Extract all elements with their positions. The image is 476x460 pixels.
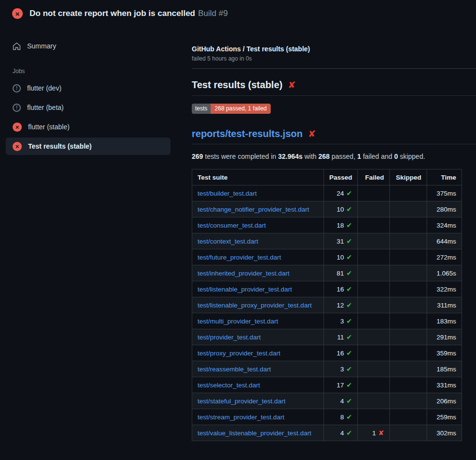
sidebar-item-flutter-stable[interactable]: × flutter (stable) <box>6 118 170 136</box>
skipped-cell <box>390 361 427 377</box>
report-file-link[interactable]: reports/test-results.json <box>192 128 303 139</box>
time-cell: 302ms <box>427 425 462 441</box>
table-header-row: Test suite Passed Failed Skipped Time <box>192 169 462 185</box>
failed-cell <box>358 345 390 361</box>
test-suite-link[interactable]: test/value_listenable_provider_test.dart <box>198 429 311 437</box>
test-suite-link[interactable]: test/inherited_provider_test.dart <box>198 270 290 277</box>
passed-cell-count: 12 <box>337 302 344 309</box>
test-suite-link[interactable]: test/stateful_provider_test.dart <box>198 398 286 405</box>
passed-cell-count: 11 <box>337 334 344 341</box>
test-suite-link[interactable]: test/builder_test.dart <box>198 190 257 197</box>
test-suite-link[interactable]: test/context_test.dart <box>198 238 258 245</box>
time-cell: 272ms <box>427 249 462 265</box>
run-header: × Do not create report when job is cance… <box>0 0 476 27</box>
sidebar: Summary Jobs ! flutter (dev) ! flutter (… <box>0 27 192 157</box>
sidebar-item-flutter-dev[interactable]: ! flutter (dev) <box>6 79 170 97</box>
badge-value: 268 passed, 1 failed <box>211 104 270 114</box>
check-icon: ✔ <box>346 269 352 277</box>
sidebar-summary-label: Summary <box>27 42 56 50</box>
check-icon: ✔ <box>346 205 352 213</box>
time-cell: 322ms <box>427 281 462 297</box>
passed-cell: 10✔ <box>324 201 358 217</box>
passed-cell: 31✔ <box>324 233 358 249</box>
test-suite-link[interactable]: test/provider_test.dart <box>198 334 261 341</box>
failed-cell <box>358 249 390 265</box>
passed-cell: 3✔ <box>324 313 358 329</box>
test-suite-cell: test/context_test.dart <box>192 233 324 249</box>
failed-cell-count: 1 <box>372 429 376 437</box>
cancelled-icon: ! <box>13 104 21 112</box>
sidebar-item-test-results-stable[interactable]: × Test results (stable) <box>6 138 170 155</box>
skipped-cell <box>390 377 427 393</box>
check-icon: ✔ <box>346 413 352 421</box>
passed-cell: 16✔ <box>324 281 358 297</box>
check-icon: ✔ <box>346 285 352 293</box>
table-row: test/value_listenable_provider_test.dart… <box>192 425 462 441</box>
test-suite-cell: test/stateful_provider_test.dart <box>192 393 324 409</box>
test-suite-cell: test/provider_test.dart <box>192 329 324 345</box>
tests-badge: tests 268 passed, 1 failed <box>192 104 271 114</box>
table-row: test/listenable_proxy_provider_test.dart… <box>192 297 462 313</box>
test-suite-link[interactable]: test/listenable_proxy_provider_test.dart <box>198 302 312 309</box>
test-suite-cell: test/inherited_provider_test.dart <box>192 265 324 281</box>
summary-segment: with <box>303 153 319 160</box>
passed-cell: 17✔ <box>324 377 358 393</box>
test-suite-link[interactable]: test/future_provider_test.dart <box>198 254 281 261</box>
summary-segment: 32.964s <box>278 153 303 160</box>
failed-icon: × <box>13 142 22 151</box>
sidebar-item-summary[interactable]: Summary <box>6 39 170 53</box>
cross-icon: ✘ <box>378 429 384 437</box>
passed-cell-count: 16 <box>337 286 344 293</box>
test-suite-cell: test/selector_test.dart <box>192 377 324 393</box>
column-header-time: Time <box>427 169 462 185</box>
test-suite-link[interactable]: test/selector_test.dart <box>198 382 260 389</box>
summary-segment: 268 <box>319 153 330 160</box>
job-label: Test results (stable) <box>28 142 92 150</box>
skipped-cell <box>390 393 427 409</box>
time-cell: 1.065s <box>427 265 462 281</box>
check-icon: ✔ <box>346 189 352 197</box>
check-icon: ✔ <box>346 365 352 373</box>
time-cell: 311ms <box>427 297 462 313</box>
check-icon: ✔ <box>346 429 352 437</box>
header-divider <box>192 68 476 69</box>
skipped-cell <box>390 409 427 425</box>
skipped-cell <box>390 217 427 233</box>
failed-cell <box>358 361 390 377</box>
skipped-cell <box>390 185 427 201</box>
time-cell: 644ms <box>427 233 462 249</box>
time-cell: 259ms <box>427 409 462 425</box>
skipped-cell <box>390 233 427 249</box>
passed-cell: 18✔ <box>324 217 358 233</box>
test-suite-cell: test/future_provider_test.dart <box>192 249 324 265</box>
test-suite-link[interactable]: test/proxy_provider_test.dart <box>198 350 280 357</box>
check-icon: ✔ <box>346 221 352 229</box>
time-cell: 324ms <box>427 217 462 233</box>
failed-cell <box>358 265 390 281</box>
section-title: Test results (stable) <box>192 79 282 91</box>
passed-cell-count: 81 <box>337 270 344 277</box>
skipped-cell <box>390 313 427 329</box>
table-row: test/stream_provider_test.dart8✔259ms <box>192 409 462 425</box>
test-suite-link[interactable]: test/listenable_provider_test.dart <box>198 286 292 293</box>
run-title: Do not create report when job is cancell… <box>30 9 228 18</box>
failed-cross-icon: ✘ <box>308 129 316 138</box>
time-cell: 291ms <box>427 329 462 345</box>
failed-cell <box>358 377 390 393</box>
check-icon: ✔ <box>346 237 352 245</box>
table-row: test/change_notifier_provider_test.dart1… <box>192 201 462 217</box>
jobs-heading: Jobs <box>13 68 170 75</box>
test-suite-cell: test/consumer_test.dart <box>192 217 324 233</box>
passed-cell-count: 4 <box>340 429 344 437</box>
test-suite-link[interactable]: test/reassemble_test.dart <box>198 366 271 373</box>
sidebar-item-flutter-beta[interactable]: ! flutter (beta) <box>6 99 170 116</box>
test-suite-link[interactable]: test/consumer_test.dart <box>198 222 266 229</box>
test-suite-link[interactable]: test/multi_provider_test.dart <box>198 318 278 325</box>
test-suite-link[interactable]: test/change_notifier_provider_test.dart <box>198 206 309 213</box>
summary-segment: tests were completed in <box>203 153 278 160</box>
failed-cell <box>358 393 390 409</box>
test-suite-link[interactable]: test/stream_provider_test.dart <box>198 414 284 421</box>
passed-cell: 12✔ <box>324 297 358 313</box>
job-label: flutter (dev) <box>27 84 61 92</box>
failed-status-icon: × <box>12 8 23 19</box>
